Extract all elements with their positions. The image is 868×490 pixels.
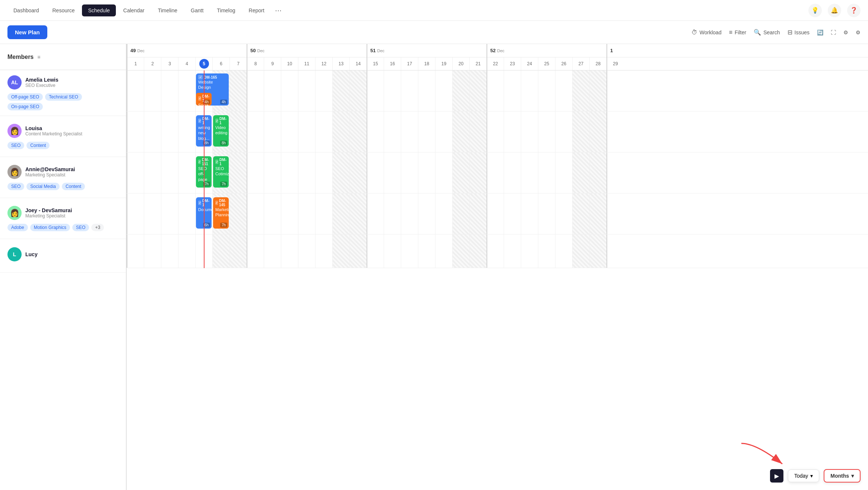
tag-motion-graphics[interactable]: Motion Graphics <box>30 224 70 231</box>
tag-offpage-seo[interactable]: Off-page SEO <box>7 93 43 101</box>
grid-cell-louisa-0 <box>127 111 144 152</box>
day-cell-23: 23 <box>504 57 521 70</box>
help-icon[interactable]: ❓ <box>847 4 861 17</box>
tag-content-annie[interactable]: Content <box>62 183 85 190</box>
task-name: SEO Cotimiza <box>215 166 226 177</box>
grid-cell-joey-28 <box>606 194 624 234</box>
today-button[interactable]: Today ▾ <box>788 469 819 482</box>
nav-tabs: Dashboard Resource Schedule Calendar Tim… <box>7 3 285 18</box>
member-row-annie: 👩 Annie@DevSamurai Marketing Specialist … <box>0 157 126 198</box>
tab-timelog[interactable]: Timelog <box>211 4 241 16</box>
grid-header: 49Dec50Dec51Dec52Dec11234567891011121314… <box>127 44 868 70</box>
today-label: Today <box>794 473 808 479</box>
toolbar: New Plan ⏱ Workload ≡ Filter 🔍 Search ⊟ … <box>0 21 868 44</box>
tag-seo-louisa[interactable]: SEO <box>7 142 24 149</box>
member-row-amelia: AL Amelia Lewis SEO Executive Off-page S… <box>0 70 126 116</box>
day-cell-28: 28 <box>589 57 606 70</box>
grid-cell-amelia-2 <box>161 70 178 111</box>
day-cell-12: 12 <box>315 57 332 70</box>
week-cell-51: 51Dec <box>367 44 487 57</box>
tag-social-annie[interactable]: Social Media <box>26 183 60 190</box>
grid-cell-lucy-28 <box>606 235 624 268</box>
day-cell-15: 15 <box>367 57 384 70</box>
tab-resource[interactable]: Resource <box>47 4 81 16</box>
members-filter-icon[interactable]: ≡ <box>37 54 40 60</box>
tag-adobe[interactable]: Adobe <box>7 224 28 231</box>
member-info-joey: 👩 Joey - DevSamurai Marketing Specialist <box>7 206 118 220</box>
grid-cell-amelia-18 <box>435 70 452 111</box>
bottom-bar: ▶ Today ▾ Months ▾ <box>770 469 861 483</box>
grid-row-annie: ✓ DM-151 SEO off-page 7h ✓ DM-1 SEO Coti… <box>127 153 868 194</box>
bell-icon[interactable]: 🔔 <box>828 4 841 17</box>
task-card-DM-1[interactable]: ✓ DM-1 writing new blog... 8h <box>196 115 212 147</box>
nav-more-icon[interactable]: ⋯ <box>272 3 285 18</box>
tag-content-louisa[interactable]: Content <box>26 142 50 149</box>
filter-button[interactable]: ≡ Filter <box>729 29 746 36</box>
task-name: Docume... <box>198 207 209 212</box>
task-card-DM-1[interactable]: ✓ DM-1 Socia 4h <box>196 93 212 106</box>
tag-onpage-seo[interactable]: On-page SEO <box>7 103 43 110</box>
tab-dashboard[interactable]: Dashboard <box>7 4 45 16</box>
tab-gantt[interactable]: Gantt <box>185 4 209 16</box>
grid-cell-amelia-15 <box>384 70 401 111</box>
task-hours: 8h <box>220 141 227 145</box>
grid-cell-louisa-24 <box>538 111 555 152</box>
grid-rows-container: ✓ DM-165 Website Design 4h ✓ DM-1 Socia … <box>127 70 868 268</box>
refresh-button[interactable]: 🔄 <box>817 29 823 35</box>
member-row-joey: 👩 Joey - DevSamurai Marketing Specialist… <box>0 198 126 239</box>
task-card-DM-145[interactable]: ✓ DM-145 Marketing Planning 7h <box>213 197 229 229</box>
sliders-button[interactable]: ⚙ <box>843 29 848 35</box>
task-card-DM-151[interactable]: ✓ DM-151 SEO off-page 7h <box>196 156 212 188</box>
tab-schedule[interactable]: Schedule <box>82 4 115 16</box>
workload-button[interactable]: ⏱ Workload <box>691 29 722 36</box>
grid-cell-louisa-9 <box>281 111 298 152</box>
grid-cell-joey-20 <box>469 194 487 234</box>
day-cell-25: 25 <box>538 57 555 70</box>
task-card-DM-1[interactable]: ✓ DM-1 Video editing 8h <box>213 115 229 147</box>
tab-calendar[interactable]: Calendar <box>117 4 151 16</box>
tag-seo-annie[interactable]: SEO <box>7 183 24 190</box>
tag-more[interactable]: +3 <box>91 224 104 231</box>
member-details-lucy: Lucy <box>25 251 38 257</box>
expand-button[interactable]: ⛶ <box>831 29 836 35</box>
issues-button[interactable]: ⊟ Issues <box>788 29 810 36</box>
tag-seo-joey[interactable]: SEO <box>72 224 89 231</box>
task-id: ✓ DM-151 <box>198 158 209 166</box>
day-cell-5: 5 <box>195 57 212 70</box>
new-plan-button[interactable]: New Plan <box>7 25 47 39</box>
grid-cell-amelia-1 <box>144 70 161 111</box>
member-info-louisa: 👩 Louisa Content Marketing Specialist <box>7 124 118 138</box>
settings-button[interactable]: ⚙ <box>856 29 861 35</box>
grid-row-lucy <box>127 235 868 268</box>
prev-button[interactable]: ▶ <box>770 469 783 483</box>
day-cell-14: 14 <box>349 57 367 70</box>
grid-cell-louisa-13 <box>349 111 367 152</box>
schedule-container: Members ≡ AL Amelia Lewis SEO Executive … <box>0 44 868 490</box>
tag-technical-seo[interactable]: Technical SEO <box>45 93 82 101</box>
grid-cell-louisa-26 <box>572 111 589 152</box>
search-button[interactable]: 🔍 Search <box>754 29 780 36</box>
grid-cell-joey-10 <box>298 194 315 234</box>
months-button[interactable]: Months ▾ <box>824 469 861 483</box>
member-details-joey: Joey - DevSamurai Marketing Specialist <box>25 207 72 219</box>
task-hours: 4h <box>203 100 210 104</box>
task-card-DM-1[interactable]: ✓ DM-1 SEO Cotimiza 7h <box>213 156 229 188</box>
grid-cell-annie-2 <box>161 153 178 193</box>
grid-cell-joey-26 <box>572 194 589 234</box>
tab-report[interactable]: Report <box>243 4 270 16</box>
grid-cell-louisa-28 <box>606 111 624 152</box>
grid-cell-joey-13 <box>349 194 367 234</box>
grid-cell-joey-8 <box>264 194 281 234</box>
grid-cell-amelia-26 <box>572 70 589 111</box>
task-card-DM-1[interactable]: ✓ DM-1 Docume... 6h <box>196 197 212 229</box>
grid-cell-joey-25 <box>555 194 572 234</box>
task-id: ✓ DM-1 <box>215 117 226 125</box>
day-cell-6: 6 <box>212 57 229 70</box>
lightbulb-icon[interactable]: 💡 <box>808 4 822 17</box>
tab-timeline[interactable]: Timeline <box>152 4 183 16</box>
member-role-amelia: SEO Executive <box>25 83 58 88</box>
grid-cell-louisa-15 <box>384 111 401 152</box>
grid-cell-annie-27 <box>589 153 606 193</box>
avatar-annie: 👩 <box>7 165 22 179</box>
day-cell-26: 26 <box>555 57 572 70</box>
